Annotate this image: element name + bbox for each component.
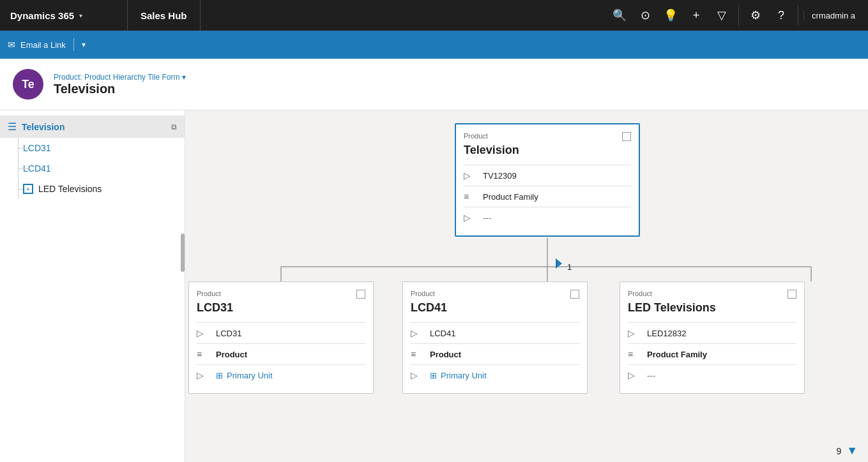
page-header-info: Product: Product Hierarchy Tile Form ▾ T… bbox=[54, 73, 186, 96]
lcd41-row1-icon: ▷ bbox=[411, 328, 423, 338]
root-tile-row2-value: Product Family bbox=[483, 192, 538, 202]
led-row3: ▷ --- bbox=[628, 364, 796, 385]
secondbar-chevron-icon[interactable]: ▾ bbox=[82, 40, 86, 49]
led-row1: ▷ LED12832 bbox=[628, 322, 796, 343]
settings-icon[interactable]: ⚙ bbox=[744, 4, 767, 27]
lcd31-row2-value: Product bbox=[216, 350, 247, 359]
root-tile-row1-value: TV12309 bbox=[483, 171, 517, 181]
pagination-count: 9 bbox=[836, 446, 841, 456]
lcd31-row3-icon: ▷ bbox=[197, 370, 209, 380]
insights-icon[interactable]: 💡 bbox=[659, 4, 682, 27]
root-tile-row1: ▷ TV12309 bbox=[464, 165, 631, 186]
form-label[interactable]: Product: Product Hierarchy Tile Form ▾ bbox=[54, 73, 186, 82]
secondbar: ✉ Email a Link ▾ bbox=[0, 31, 868, 59]
led-row2: ≡ Product Family bbox=[628, 343, 796, 364]
user-label[interactable]: crmadmin a bbox=[803, 11, 863, 20]
root-tile-title: Television bbox=[464, 144, 631, 157]
topbar-divider2 bbox=[798, 5, 798, 26]
brand-chevron-icon: ▾ bbox=[79, 12, 82, 19]
lcd41-row1: ▷ LCD41 bbox=[411, 322, 579, 343]
led-row3-icon: ▷ bbox=[628, 370, 641, 380]
lcd31-tile-title: LCD31 bbox=[197, 301, 365, 315]
lcd31-row3[interactable]: ▷ ⊞ Primary Unit bbox=[197, 364, 365, 385]
lcd41-tile-checkbox[interactable] bbox=[570, 290, 579, 299]
lcd31-row1: ▷ LCD31 bbox=[197, 322, 365, 343]
sidebar-expand-icon[interactable]: ⧉ bbox=[171, 123, 177, 131]
sidebar-connector-led bbox=[18, 189, 23, 190]
svg-marker-2 bbox=[556, 258, 562, 269]
sidebar-item-television[interactable]: ☰ Television ⧉ bbox=[0, 116, 185, 138]
led-tile-title: LED Televisions bbox=[628, 301, 796, 315]
sidebar-item-hamburger-icon: ☰ bbox=[8, 121, 17, 133]
led-row2-icon: ≡ bbox=[628, 349, 641, 359]
led-tile-label: Product bbox=[628, 290, 652, 297]
email-link[interactable]: Email a Link bbox=[20, 40, 66, 50]
help-icon[interactable]: ? bbox=[770, 4, 793, 27]
lcd31-row2: ≡ Product bbox=[197, 343, 365, 364]
sidebar-item-label-television: Television bbox=[22, 122, 65, 132]
led-row3-value: --- bbox=[647, 371, 655, 380]
sidebar-item-lcd41[interactable]: LCD41 bbox=[0, 158, 185, 179]
pagination-chevron-icon[interactable]: ▼ bbox=[846, 444, 858, 458]
topbar-divider bbox=[738, 5, 739, 26]
led-tile-checkbox[interactable] bbox=[788, 290, 796, 299]
led-row1-value: LED12832 bbox=[647, 329, 686, 338]
sidebar-scrollbar-thumb[interactable] bbox=[181, 234, 185, 272]
root-tile-row2: ≡ Product Family bbox=[464, 186, 631, 207]
root-tile-row3: ▷ --- bbox=[464, 207, 631, 228]
root-tile-product-label: Product bbox=[464, 132, 488, 140]
lcd31-row1-icon: ▷ bbox=[197, 328, 209, 338]
child-tile-lcd41[interactable]: Product LCD41 ▷ LCD41 ≡ Product ▷ ⊞ Prim… bbox=[402, 281, 588, 394]
root-tile-header: Product bbox=[464, 132, 631, 141]
lcd41-row1-value: LCD41 bbox=[430, 329, 455, 338]
email-icon: ✉ bbox=[8, 40, 15, 50]
lcd41-row2-icon: ≡ bbox=[411, 349, 423, 359]
recent-icon[interactable]: ⊙ bbox=[634, 4, 657, 27]
lcd31-tile-label: Product bbox=[197, 290, 221, 297]
avatar: Te bbox=[13, 69, 43, 100]
root-tile-television[interactable]: Product Television ▷ TV12309 ≡ Product F… bbox=[455, 123, 640, 237]
svg-text:1: 1 bbox=[567, 262, 572, 272]
led-tile-header: Product bbox=[628, 290, 796, 299]
module-label: Sales Hub bbox=[128, 0, 201, 31]
lcd31-row2-icon: ≡ bbox=[197, 349, 209, 359]
sidebar-item-lcd31[interactable]: LCD31 bbox=[0, 138, 185, 158]
lcd41-row3-value[interactable]: ⊞ Primary Unit bbox=[430, 371, 487, 380]
lcd31-tile-checkbox[interactable] bbox=[356, 290, 365, 299]
lcd41-tile-header: Product bbox=[411, 290, 579, 299]
pagination-bar: 9 ▼ bbox=[836, 444, 858, 458]
sidebar-connector-lcd41 bbox=[18, 168, 28, 169]
root-tile-row2-icon: ≡ bbox=[464, 191, 476, 202]
sidebar-item-led-televisions[interactable]: + LED Televisions bbox=[0, 179, 185, 199]
filter-icon[interactable]: ▽ bbox=[710, 4, 733, 27]
form-chevron-icon: ▾ bbox=[182, 73, 186, 82]
lcd41-row2-value: Product bbox=[430, 350, 461, 359]
led-row2-value: Product Family bbox=[647, 350, 707, 359]
sidebar-connector-lcd31 bbox=[18, 148, 28, 149]
topbar-icons: 🔍 ⊙ 💡 + ▽ ⚙ ? crmadmin a bbox=[603, 4, 868, 27]
root-tile-row3-value: --- bbox=[483, 213, 491, 223]
lcd31-row3-value[interactable]: ⊞ Primary Unit bbox=[216, 371, 273, 380]
led-row1-icon: ▷ bbox=[628, 328, 641, 338]
brand-text: Dynamics 365 bbox=[10, 10, 74, 21]
brand-area[interactable]: Dynamics 365 ▾ bbox=[0, 0, 128, 31]
lcd41-tile-label: Product bbox=[411, 290, 435, 297]
root-tile-row1-icon: ▷ bbox=[464, 170, 476, 181]
lcd41-tile-title: LCD41 bbox=[411, 301, 579, 315]
secondbar-separator bbox=[73, 38, 74, 51]
hierarchy-canvas[interactable]: 1 Product Television ▷ TV12309 ≡ Product… bbox=[185, 110, 868, 462]
search-icon[interactable]: 🔍 bbox=[608, 4, 631, 27]
page-title: Television bbox=[54, 82, 186, 96]
root-tile-checkbox[interactable] bbox=[622, 132, 631, 141]
sidebar-item-label-led: LED Televisions bbox=[38, 184, 102, 194]
lcd31-row1-value: LCD31 bbox=[216, 329, 241, 338]
sidebar: ☰ Television ⧉ LCD31 LCD41 + LED Televis… bbox=[0, 110, 185, 462]
child-tile-lcd31[interactable]: Product LCD31 ▷ LCD31 ≡ Product ▷ ⊞ Prim… bbox=[188, 281, 374, 394]
lcd41-row2: ≡ Product bbox=[411, 343, 579, 364]
sidebar-led-expand-icon[interactable]: + bbox=[23, 184, 33, 194]
lcd41-row3-icon: ▷ bbox=[411, 370, 423, 380]
lcd31-tile-header: Product bbox=[197, 290, 365, 299]
add-icon[interactable]: + bbox=[685, 4, 708, 27]
lcd41-row3[interactable]: ▷ ⊞ Primary Unit bbox=[411, 364, 579, 385]
child-tile-led-televisions[interactable]: Product LED Televisions ▷ LED12832 ≡ Pro… bbox=[620, 281, 805, 394]
